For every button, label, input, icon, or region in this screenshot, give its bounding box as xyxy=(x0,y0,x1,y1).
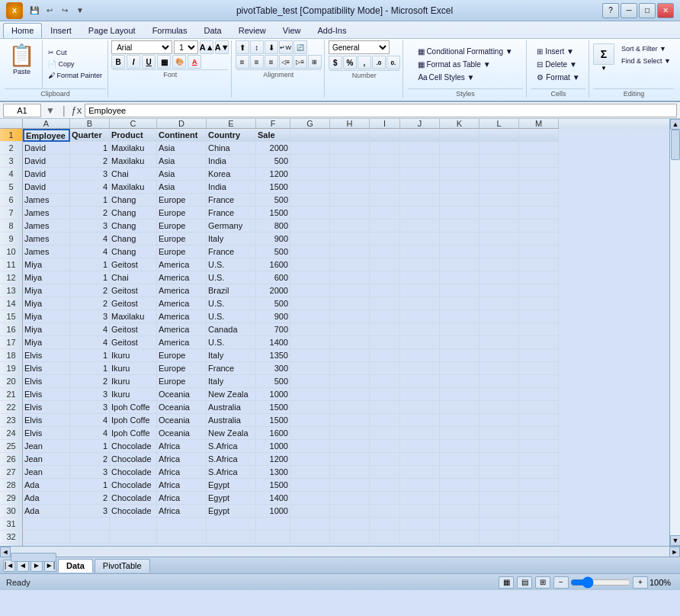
cell-1-2[interactable]: Product xyxy=(110,129,157,142)
cell-32-12[interactable] xyxy=(519,531,559,544)
cell-31-0[interactable] xyxy=(23,518,70,531)
cell-4-2[interactable]: Chai xyxy=(110,168,157,181)
cell-13-11[interactable] xyxy=(480,284,519,297)
cell-32-3[interactable] xyxy=(157,531,207,544)
cell-1-11[interactable] xyxy=(480,129,519,142)
cell-21-2[interactable]: Ikuru xyxy=(110,388,157,401)
sort-filter-btn[interactable]: Sort & Filter ▼ xyxy=(617,43,675,54)
align-left-btn[interactable]: ≡ xyxy=(236,55,249,69)
cell-23-3[interactable]: Oceania xyxy=(157,414,207,427)
cell-26-12[interactable] xyxy=(519,453,559,466)
cell-18-10[interactable] xyxy=(440,349,480,362)
align-top-btn[interactable]: ⬆ xyxy=(236,40,249,54)
cell-10-0[interactable]: James xyxy=(23,245,70,258)
cell-30-7[interactable] xyxy=(330,505,370,518)
cell-19-0[interactable]: Elvis xyxy=(23,362,70,375)
cell-10-3[interactable]: Europe xyxy=(157,245,207,258)
cell-17-5[interactable]: 1400 xyxy=(256,336,290,349)
cell-31-2[interactable] xyxy=(110,518,157,531)
cell-10-11[interactable] xyxy=(480,245,519,258)
align-right-btn[interactable]: ≡ xyxy=(265,55,278,69)
cell-22-4[interactable]: Australia xyxy=(207,401,256,414)
horizontal-scrollbar[interactable]: ◄ ► xyxy=(0,546,680,557)
cut-button[interactable]: ✂ Cut xyxy=(44,47,106,58)
tab-view[interactable]: View xyxy=(274,23,310,38)
cell-16-9[interactable] xyxy=(400,323,440,336)
cell-3-1[interactable]: 2 xyxy=(70,155,110,168)
cell-6-2[interactable]: Chang xyxy=(110,194,157,207)
row-num-13[interactable]: 13 xyxy=(0,284,23,297)
cell-16-5[interactable]: 700 xyxy=(256,323,290,336)
cell-8-9[interactable] xyxy=(400,220,440,233)
page-layout-view-btn[interactable]: ▤ xyxy=(517,576,532,589)
cell-4-12[interactable] xyxy=(519,168,559,181)
cell-6-4[interactable]: France xyxy=(207,194,256,207)
col-header-f[interactable]: F xyxy=(256,119,290,129)
cell-8-11[interactable] xyxy=(480,220,519,233)
cell-32-9[interactable] xyxy=(400,531,440,544)
cell-27-6[interactable] xyxy=(290,466,330,479)
cell-18-1[interactable]: 1 xyxy=(70,349,110,362)
col-header-g[interactable]: G xyxy=(290,119,330,129)
cell-1-1[interactable]: Quarter xyxy=(70,129,110,142)
cell-9-5[interactable]: 900 xyxy=(256,233,290,245)
cell-5-5[interactable]: 1500 xyxy=(256,181,290,194)
cell-24-8[interactable] xyxy=(370,427,400,440)
cell-6-6[interactable] xyxy=(290,194,330,207)
cell-3-11[interactable] xyxy=(480,155,519,168)
cell-17-4[interactable]: U.S. xyxy=(207,336,256,349)
cell-32-2[interactable] xyxy=(110,531,157,544)
cell-7-1[interactable]: 2 xyxy=(70,207,110,220)
col-header-i[interactable]: I xyxy=(370,119,400,129)
cell-24-2[interactable]: Ipoh Coffe xyxy=(110,427,157,440)
cell-17-0[interactable]: Miya xyxy=(23,336,70,349)
cell-25-6[interactable] xyxy=(290,440,330,453)
cell-14-10[interactable] xyxy=(440,297,480,310)
cell-9-11[interactable] xyxy=(480,233,519,245)
cell-32-8[interactable] xyxy=(370,531,400,544)
cell-3-8[interactable] xyxy=(370,155,400,168)
scroll-left-btn[interactable]: ◄ xyxy=(0,547,11,557)
cell-19-3[interactable]: Europe xyxy=(157,362,207,375)
scroll-up-btn[interactable]: ▲ xyxy=(670,119,680,130)
row-num-17[interactable]: 17 xyxy=(0,336,23,349)
cell-2-10[interactable] xyxy=(440,142,480,155)
cell-19-5[interactable]: 300 xyxy=(256,362,290,375)
cell-30-6[interactable] xyxy=(290,505,330,518)
cell-23-0[interactable]: Elvis xyxy=(23,414,70,427)
cell-10-9[interactable] xyxy=(400,245,440,258)
cell-1-8[interactable] xyxy=(370,129,400,142)
cell-5-10[interactable] xyxy=(440,181,480,194)
cell-1-10[interactable] xyxy=(440,129,480,142)
cell-29-8[interactable] xyxy=(370,492,400,505)
cell-26-11[interactable] xyxy=(480,453,519,466)
cell-2-6[interactable] xyxy=(290,142,330,155)
row-num-15[interactable]: 15 xyxy=(0,310,23,323)
cell-14-2[interactable]: Geitost xyxy=(110,297,157,310)
cell-30-1[interactable]: 3 xyxy=(70,505,110,518)
cell-25-4[interactable]: S.Africa xyxy=(207,440,256,453)
cell-31-6[interactable] xyxy=(290,518,330,531)
cell-27-11[interactable] xyxy=(480,466,519,479)
cell-18-7[interactable] xyxy=(330,349,370,362)
cell-10-8[interactable] xyxy=(370,245,400,258)
cell-4-4[interactable]: Korea xyxy=(207,168,256,181)
cell-2-4[interactable]: China xyxy=(207,142,256,155)
increase-decimal-btn[interactable]: .0 xyxy=(372,56,386,69)
cell-28-10[interactable] xyxy=(440,479,480,492)
cell-2-5[interactable]: 2000 xyxy=(256,142,290,155)
cell-13-6[interactable] xyxy=(290,284,330,297)
tab-data[interactable]: Data xyxy=(195,23,229,38)
cell-2-0[interactable]: David xyxy=(23,142,70,155)
cell-30-3[interactable]: Africa xyxy=(157,505,207,518)
cell-21-12[interactable] xyxy=(519,388,559,401)
save-qa-btn[interactable]: 💾 xyxy=(27,4,41,18)
cell-22-1[interactable]: 3 xyxy=(70,401,110,414)
cell-15-3[interactable]: America xyxy=(157,310,207,323)
increase-font-btn[interactable]: A▲ xyxy=(200,40,213,54)
row-num-22[interactable]: 22 xyxy=(0,401,23,414)
zoom-slider[interactable] xyxy=(570,576,631,589)
cell-23-8[interactable] xyxy=(370,414,400,427)
cell-11-8[interactable] xyxy=(370,258,400,271)
cell-16-4[interactable]: Canada xyxy=(207,323,256,336)
